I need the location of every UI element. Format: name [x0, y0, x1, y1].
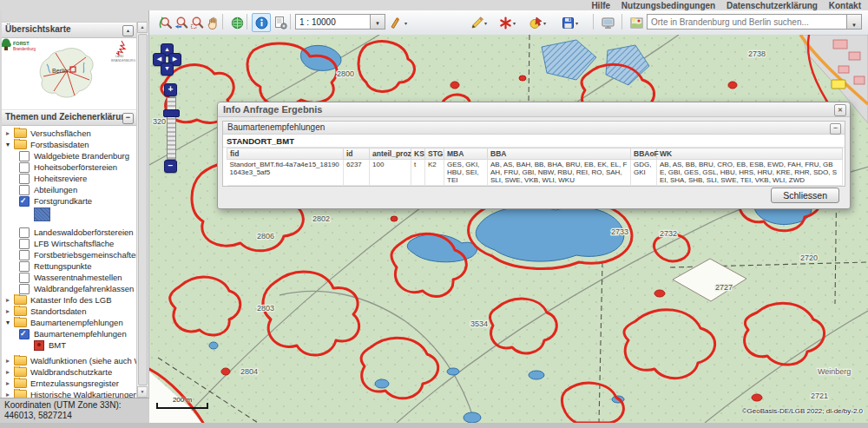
- zoom-out-button[interactable]: [164, 160, 177, 173]
- feature-info-button[interactable]: [252, 13, 271, 32]
- overview-collapse-button[interactable]: [122, 25, 134, 36]
- expand-arrow-icon[interactable]: [6, 128, 14, 139]
- tree-folder-waldfunktionen[interactable]: Waldfunktionen (siehe auch WMS hin: [2, 355, 138, 366]
- column-header-wk[interactable]: WK: [657, 148, 843, 160]
- tree-folder-versuchsflaechen[interactable]: Versuchsflächen: [2, 128, 138, 139]
- save-button[interactable]: [558, 13, 577, 32]
- checkbox[interactable]: [19, 239, 30, 249]
- tree-layer-waldbrandgefahrenklassen[interactable]: Waldbrandgefahrenklassen: [2, 283, 138, 294]
- draw-button[interactable]: [467, 13, 486, 32]
- expand-arrow-icon[interactable]: [6, 366, 14, 378]
- close-button[interactable]: Schliessen: [771, 188, 839, 203]
- tree-folder-waldbrandschutzkarte[interactable]: Waldbrandschutzkarte: [2, 366, 138, 378]
- column-header-ks[interactable]: KS: [411, 148, 425, 160]
- full-extent-button[interactable]: [227, 13, 247, 32]
- info-result-window: Info Anfrage Ergebnis Baumartenempfehlun…: [217, 102, 851, 209]
- tree-layer-landeswaldoberfoerstereien[interactable]: Landeswaldoberförstereien: [2, 227, 138, 238]
- column-header-fid[interactable]: fid: [227, 148, 344, 160]
- zoom-in-button[interactable]: [164, 83, 177, 96]
- checkbox[interactable]: [19, 174, 30, 184]
- checkbox-checked[interactable]: [19, 196, 30, 207]
- tree-layer-wasserentnahmestellen[interactable]: Wasserentnahmestellen: [2, 272, 138, 283]
- layer-tree: Versuchsflächen Forstbasisdaten Waldgebi…: [2, 126, 138, 405]
- zoom-slider[interactable]: [167, 97, 176, 160]
- checkbox[interactable]: [19, 273, 30, 283]
- result-section-header[interactable]: Baumartenempfehlungen: [223, 122, 845, 135]
- search-input[interactable]: [648, 15, 852, 29]
- collapse-arrow-icon[interactable]: [6, 139, 14, 150]
- column-header-id[interactable]: id: [344, 148, 370, 160]
- overview-panel-header[interactable]: Übersichtskarte: [2, 23, 148, 38]
- tree-layer-waldgebiete[interactable]: Waldgebiete Brandenburg: [2, 150, 138, 161]
- collapse-arrow-icon[interactable]: [6, 317, 14, 328]
- tree-folder-forstbasisdaten[interactable]: Forstbasisdaten: [2, 139, 138, 150]
- pan-button[interactable]: [203, 13, 222, 32]
- checkbox[interactable]: [19, 162, 30, 173]
- select-dropdown-icon[interactable]: [543, 20, 550, 26]
- redlining-dropdown-icon[interactable]: [513, 20, 520, 26]
- export-map-button[interactable]: [627, 13, 646, 32]
- tree-folder-baumartenempfehlungen[interactable]: Baumartenempfehlungen: [2, 317, 138, 328]
- window-close-button[interactable]: [834, 104, 846, 116]
- expand-arrow-icon[interactable]: [6, 378, 14, 389]
- link-datenschutzerklaerung[interactable]: Datenschutzerklärung: [727, 1, 818, 10]
- expand-arrow-icon[interactable]: [6, 294, 14, 306]
- column-header-stg[interactable]: STG: [425, 148, 444, 160]
- scroll-up-button[interactable]: [137, 22, 148, 33]
- checkbox[interactable]: [19, 261, 30, 272]
- scale-dropdown-arrow-icon[interactable]: [370, 15, 385, 29]
- tree-layer-abteilungen[interactable]: Abteilungen: [2, 184, 138, 195]
- expand-arrow-icon[interactable]: [6, 306, 14, 317]
- header-links: Hilfe Nutzungsbedingungen Datenschutzerk…: [582, 1, 861, 10]
- themes-collapse-button[interactable]: [122, 113, 134, 124]
- tree-folder-standortsdaten[interactable]: Standortsdaten: [2, 306, 138, 317]
- pan-south-button[interactable]: [161, 63, 174, 76]
- tree-layer-rettungspunkte[interactable]: Rettungspunkte: [2, 260, 138, 272]
- map-canvas[interactable]: 2738 2800 2802 2806 2803 2804 3534 2733 …: [149, 35, 868, 423]
- result-row[interactable]: Standort_BMT.fid-4a7a4e15_181901643e3_5a…: [227, 160, 843, 186]
- tree-layer-baumartenempfehlungen[interactable]: Baumartenempfehlungen: [2, 328, 138, 339]
- tree-folder-erntezulassungsregister[interactable]: Erntezulassungsregister: [2, 378, 138, 389]
- measure-dropdown-icon[interactable]: [404, 20, 411, 26]
- column-header-bba[interactable]: BBA: [488, 148, 631, 160]
- measure-button[interactable]: [387, 13, 406, 32]
- tree-layer-hoheitsreviere[interactable]: Hoheitsreviere: [2, 173, 138, 184]
- print-button[interactable]: [598, 13, 617, 32]
- hand-icon: [206, 16, 220, 30]
- checkbox[interactable]: [19, 227, 30, 238]
- scrollbar-thumb[interactable]: [138, 34, 148, 385]
- section-collapse-button[interactable]: [830, 123, 841, 135]
- save-dropdown-icon[interactable]: [575, 20, 582, 26]
- search-dropdown-arrow-icon[interactable]: [846, 15, 861, 29]
- scroll-down-button[interactable]: [137, 386, 148, 398]
- select-button[interactable]: [526, 13, 545, 32]
- window-titlebar[interactable]: Info Anfrage Ergebnis: [218, 102, 850, 117]
- cell-stg: K2: [425, 160, 444, 186]
- themes-panel-header[interactable]: Themen und Zeichenerklärung: [2, 110, 148, 126]
- tree-folder-kataster[interactable]: Kataster Info des LGB: [2, 294, 138, 306]
- checkbox[interactable]: [19, 151, 30, 161]
- report-settings-button[interactable]: [271, 13, 290, 32]
- sidebar-scrollbar[interactable]: [136, 22, 148, 398]
- tree-layer-lfb-wirtschaftsflaeche[interactable]: LFB Wirtschaftsfläche: [2, 238, 138, 249]
- checkbox[interactable]: [19, 250, 30, 260]
- checkbox[interactable]: [19, 185, 30, 195]
- link-nutzungsbedingungen[interactable]: Nutzungsbedingungen: [621, 1, 715, 10]
- tree-layer-hoheitsoberfoerstereien[interactable]: Hoheitsoberförstereien: [2, 161, 138, 173]
- redlining-button[interactable]: [496, 13, 515, 32]
- link-kontakt[interactable]: Kontakt: [829, 1, 861, 10]
- checkbox[interactable]: [19, 284, 30, 294]
- link-hilfe[interactable]: Hilfe: [591, 1, 610, 10]
- column-header-mba[interactable]: MBA: [444, 148, 488, 160]
- overview-map-image[interactable]: FORST Brandenburg LAND BRANDENBURG: [2, 38, 137, 109]
- draw-dropdown-icon[interactable]: [484, 20, 491, 26]
- checkbox-checked[interactable]: [19, 329, 30, 339]
- column-header-bbaof[interactable]: BBAoF: [631, 148, 657, 160]
- themes-panel-title: Themen und Zeichenerklärung: [5, 112, 132, 122]
- expand-arrow-icon[interactable]: [6, 355, 14, 366]
- tree-layer-forstgrundkarte[interactable]: Forstgrundkarte: [2, 195, 138, 207]
- zoom-slider-handle[interactable]: [163, 109, 180, 117]
- column-header-anteil-proz[interactable]: anteil_proz: [370, 148, 411, 160]
- scale-select[interactable]: 1 : 10000: [295, 14, 385, 30]
- tree-layer-forstbetriebsgemeinschaften[interactable]: Forstbetriebsgemeinschaften: [2, 249, 138, 260]
